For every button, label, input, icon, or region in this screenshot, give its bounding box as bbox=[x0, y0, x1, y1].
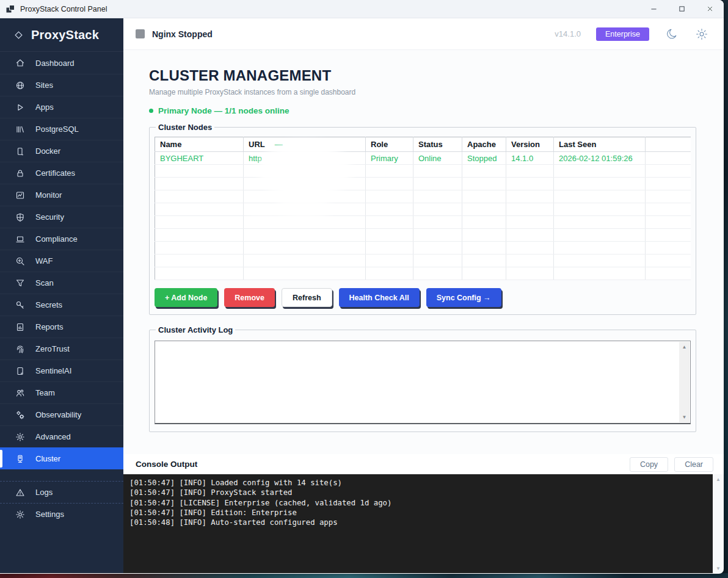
funnel-icon bbox=[15, 278, 25, 288]
settings-button[interactable] bbox=[694, 27, 709, 42]
sidebar-item-cluster[interactable]: Cluster bbox=[0, 447, 123, 469]
activity-log-scrollbar[interactable]: ▲ ▼ bbox=[679, 342, 690, 422]
sidebar-item-zerotrust[interactable]: ZeroTrust bbox=[0, 338, 123, 359]
sidebar-item-postgresql[interactable]: PostgreSQL bbox=[0, 118, 123, 140]
node-cell-role: Primary bbox=[366, 152, 413, 165]
empty-row bbox=[155, 255, 691, 267]
database-icon bbox=[15, 125, 25, 134]
sidebar-item-label: SentinelAI bbox=[35, 366, 71, 375]
scroll-up-icon[interactable]: ▲ bbox=[713, 474, 724, 484]
sidebar-item-sentinelai[interactable]: SentinelAI bbox=[0, 359, 123, 381]
column-header-role[interactable]: Role bbox=[366, 137, 413, 152]
console-line: [01:50:47] [INFO] ProxyStack started bbox=[129, 488, 718, 497]
sidebar-item-certificates[interactable]: Certificates bbox=[0, 162, 123, 184]
app-window-icon bbox=[6, 5, 15, 13]
column-header-url[interactable]: URL— bbox=[244, 137, 366, 152]
add-node-button[interactable]: + Add Node bbox=[155, 288, 217, 307]
sidebar-item-label: Sites bbox=[35, 81, 53, 90]
document-icon bbox=[15, 366, 25, 376]
close-button[interactable] bbox=[696, 0, 724, 18]
console-section: Console Output Copy Clear [01:50:47] [IN… bbox=[123, 454, 724, 573]
sidebar-item-team[interactable]: Team bbox=[0, 381, 123, 403]
health-check-all-button[interactable]: Health Check All bbox=[339, 288, 420, 307]
sidebar-item-label: Compliance bbox=[35, 234, 78, 244]
console-line: [01:50:47] [INFO] Loaded config with 14 … bbox=[129, 478, 718, 488]
clear-button[interactable]: Clear bbox=[674, 457, 713, 472]
sync-config-button[interactable]: Sync Config → bbox=[426, 288, 501, 307]
activity-log-textarea[interactable]: ▲ ▼ bbox=[155, 341, 691, 424]
node-row[interactable]: BYGHEARThttpPrimaryOnlineStopped14.1.020… bbox=[155, 152, 691, 165]
shield-icon bbox=[15, 212, 25, 222]
empty-row bbox=[155, 216, 691, 229]
column-header-status[interactable]: Status bbox=[413, 137, 462, 152]
sidebar: ProxyStack DashboardSitesAppsPostgreSQLD… bbox=[0, 18, 123, 573]
main-area: Nginx Stopped v14.1.0 Enterprise CLUSTER… bbox=[123, 18, 724, 573]
sidebar-item-settings[interactable]: Settings bbox=[0, 503, 123, 525]
sidebar-item-secrets[interactable]: Secrets bbox=[0, 294, 123, 316]
sidebar-item-advanced[interactable]: Advanced bbox=[0, 425, 123, 447]
sidebar-item-label: Settings bbox=[35, 510, 64, 519]
app-body: ProxyStack DashboardSitesAppsPostgreSQLD… bbox=[0, 18, 724, 573]
empty-row bbox=[155, 280, 691, 281]
column-header-version[interactable]: Version bbox=[506, 137, 554, 152]
diamond-logo-icon bbox=[14, 31, 23, 40]
refresh-button[interactable]: Refresh bbox=[282, 288, 332, 307]
sidebar-item-label: Cluster bbox=[35, 454, 60, 463]
sidebar-item-sites[interactable]: Sites bbox=[0, 74, 123, 96]
sidebar-item-compliance[interactable]: Compliance bbox=[0, 228, 123, 250]
sidebar-item-security[interactable]: Security bbox=[0, 206, 123, 228]
nodes-table-wrap: NameURL—RoleStatusApacheVersionLast Seen… bbox=[155, 137, 691, 280]
moon-icon bbox=[665, 27, 679, 41]
sidebar-item-docker[interactable]: Docker bbox=[0, 140, 123, 162]
sidebar-item-apps[interactable]: Apps bbox=[0, 96, 123, 118]
column-header-apache[interactable]: Apache bbox=[462, 137, 506, 152]
team-icon bbox=[15, 388, 25, 398]
minimize-button[interactable] bbox=[639, 0, 668, 18]
sidebar-item-dashboard[interactable]: Dashboard bbox=[0, 52, 123, 74]
sidebar-item-observability[interactable]: Observability bbox=[0, 403, 123, 425]
gear-icon bbox=[15, 510, 25, 519]
empty-row bbox=[155, 165, 691, 178]
copy-button[interactable]: Copy bbox=[630, 457, 668, 472]
warning-icon bbox=[15, 488, 25, 497]
scroll-down-icon[interactable]: ▼ bbox=[679, 412, 690, 422]
sidebar-item-label: Reports bbox=[35, 322, 64, 331]
console-scrollbar[interactable]: ▲ ▼ bbox=[713, 474, 724, 573]
version-label: v14.1.0 bbox=[555, 29, 581, 38]
cluster-nodes-groupbox: Cluster Nodes NameURL—RoleStatusApacheVe… bbox=[149, 123, 696, 315]
console-output[interactable]: [01:50:47] [INFO] Loaded config with 14 … bbox=[123, 474, 724, 573]
sidebar-item-label: Monitor bbox=[35, 190, 62, 200]
app-window: ProxyStack Control Panel ProxyStack Dash… bbox=[0, 0, 724, 574]
cluster-status-line: Primary Node — 1/1 nodes online bbox=[149, 106, 724, 115]
sidebar-item-label: Dashboard bbox=[35, 59, 75, 68]
play-icon bbox=[15, 103, 25, 112]
dark-mode-toggle[interactable] bbox=[664, 27, 679, 42]
column-header-name[interactable]: Name bbox=[155, 137, 244, 152]
sidebar-item-label: Secrets bbox=[35, 300, 62, 309]
empty-row bbox=[155, 178, 691, 190]
sidebar-item-monitor[interactable]: Monitor bbox=[0, 184, 123, 206]
server-icon bbox=[15, 454, 25, 464]
remove-button[interactable]: Remove bbox=[224, 288, 275, 307]
chart-icon bbox=[15, 190, 25, 200]
maximize-button[interactable] bbox=[668, 0, 696, 18]
enterprise-badge[interactable]: Enterprise bbox=[596, 27, 649, 41]
sidebar-item-label: Advanced bbox=[35, 432, 71, 441]
sidebar-nav: DashboardSitesAppsPostgreSQLDockerCertif… bbox=[0, 52, 123, 469]
cluster-page: CLUSTER MANAGEMENT Manage multiple Proxy… bbox=[123, 50, 724, 454]
column-header-last-seen[interactable]: Last Seen bbox=[554, 137, 646, 152]
node-cell-apache: Stopped bbox=[462, 152, 506, 165]
activity-log-legend: Cluster Activity Log bbox=[156, 325, 235, 334]
home-icon bbox=[15, 58, 25, 68]
desktop-background-bottom bbox=[0, 573, 728, 578]
scroll-down-icon[interactable]: ▼ bbox=[713, 563, 724, 573]
fingerprint-icon bbox=[15, 344, 25, 354]
sidebar-item-waf[interactable]: WAF bbox=[0, 250, 123, 272]
sidebar-item-reports[interactable]: Reports bbox=[0, 316, 123, 338]
nodes-table[interactable]: NameURL—RoleStatusApacheVersionLast Seen… bbox=[155, 137, 691, 280]
node-cell-url: http bbox=[244, 152, 366, 165]
console-actions: Copy Clear bbox=[630, 457, 713, 472]
scroll-up-icon[interactable]: ▲ bbox=[679, 342, 690, 352]
sidebar-item-logs[interactable]: Logs bbox=[0, 481, 123, 503]
sidebar-item-scan[interactable]: Scan bbox=[0, 272, 123, 294]
